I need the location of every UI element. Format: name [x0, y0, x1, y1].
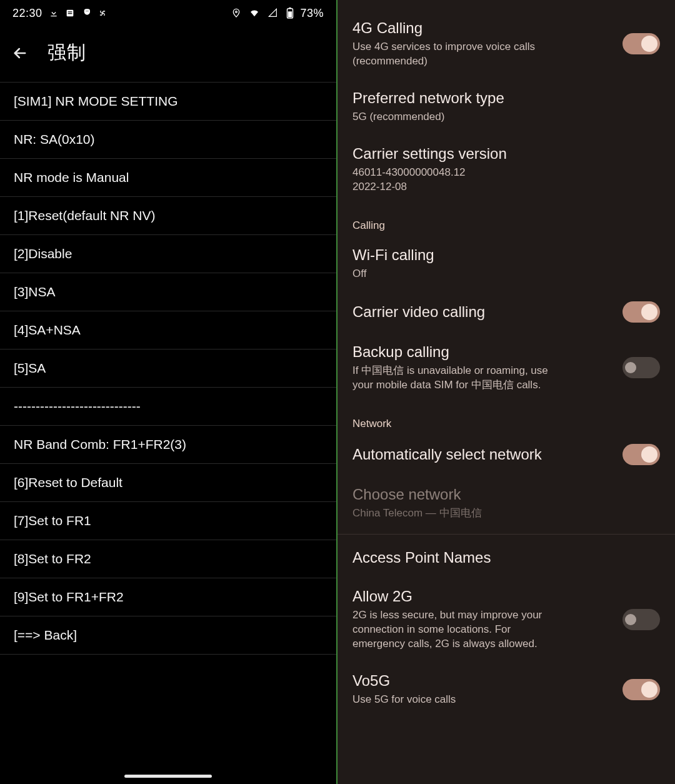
menu-item-label: NR Band Comb: FR1+FR2(3) [14, 437, 186, 451]
menu-item-13[interactable]: [9]Set to FR1+FR2 [0, 578, 336, 616]
setting-title: 4G Calling [352, 19, 614, 38]
menu-item-2[interactable]: NR mode is Manual [0, 159, 336, 197]
setting-title: Carrier settings version [352, 144, 660, 163]
setting-text: Wi-Fi callingOff [352, 246, 660, 281]
toggle-allow-2g[interactable] [622, 609, 660, 630]
menu-item-7[interactable]: [5]SA [0, 349, 336, 388]
svg-rect-1 [68, 11, 72, 12]
menu-item-10[interactable]: [6]Reset to Default [0, 464, 336, 502]
toggle-carrier-video-calling[interactable] [622, 301, 660, 323]
menu-item-12[interactable]: [8]Set to FR2 [0, 540, 336, 578]
setting-title: Preferred network type [352, 89, 660, 108]
setting-title: Carrier video calling [352, 303, 614, 321]
toggle-knob [641, 446, 658, 463]
menu-item-6[interactable]: [4]SA+NSA [0, 311, 336, 349]
menu-item-4[interactable]: [2]Disable [0, 235, 336, 273]
menu-item-0[interactable]: [SIM1] NR MODE SETTING [0, 82, 336, 121]
nav-pill[interactable] [124, 775, 212, 778]
toggle-knob [641, 36, 658, 52]
menu-item-3[interactable]: [1]Reset(default NR NV) [0, 197, 336, 235]
setting-text: Access Point Names [352, 548, 660, 567]
setting-text: 4G CallingUse 4G services to improve voi… [352, 19, 614, 69]
menu-list: [SIM1] NR MODE SETTINGNR: SA(0x10)NR mod… [0, 82, 336, 784]
signal-icon [268, 8, 279, 18]
setting-title: Access Point Names [352, 548, 660, 567]
app-icon-2 [81, 8, 91, 18]
toggle-auto-select-network[interactable] [622, 444, 660, 465]
setting-subtitle: 5G (recommended) [352, 110, 559, 124]
menu-item-label: [SIM1] NR MODE SETTING [14, 94, 178, 108]
menu-item-5[interactable]: [3]NSA [0, 273, 336, 311]
menu-item-label: [8]Set to FR2 [14, 551, 91, 566]
toggle-backup-calling[interactable] [622, 357, 660, 378]
app-icon-1 [65, 8, 75, 18]
setting-carrier-video-calling[interactable]: Carrier video calling [338, 291, 675, 333]
setting-subtitle: 2G is less secure, but may improve your … [352, 608, 559, 651]
setting-preferred-network[interactable]: Preferred network type5G (recommended) [338, 79, 675, 134]
setting-title: Backup calling [352, 343, 614, 361]
setting-allow-2g[interactable]: Allow 2G2G is less secure, but may impro… [338, 577, 675, 661]
section-header: Network [338, 403, 675, 434]
setting-choose-network: Choose networkChina Telecom — 中国电信 [338, 475, 675, 531]
divider [338, 534, 675, 535]
setting-backup-calling[interactable]: Backup callingIf 中国电信 is unavailable or … [338, 333, 675, 403]
menu-item-label: ----------------------------- [14, 399, 141, 413]
setting-title: Vo5G [352, 671, 614, 690]
app-bar: 强制 [0, 26, 336, 82]
menu-item-9[interactable]: NR Band Comb: FR1+FR2(3) [0, 426, 336, 464]
menu-item-label: [7]Set to FR1 [14, 513, 91, 528]
menu-item-14[interactable]: [==> Back] [0, 616, 336, 655]
toggle-knob [641, 304, 658, 320]
network-settings-screen: 4G CallingUse 4G services to improve voi… [338, 0, 675, 784]
setting-title: Allow 2G [352, 587, 614, 606]
download-icon [49, 8, 59, 18]
menu-item-label: NR mode is Manual [14, 170, 129, 184]
setting-subtitle: Off [352, 267, 559, 281]
setting-text: Vo5GUse 5G for voice calls [352, 671, 614, 707]
menu-item-label: [2]Disable [14, 246, 72, 261]
svg-rect-5 [289, 8, 292, 9]
menu-item-label: [6]Reset to Default [14, 475, 122, 490]
setting-text: Carrier settings version46011-4300000004… [352, 144, 660, 194]
setting-vo5g[interactable]: Vo5GUse 5G for voice calls [338, 661, 675, 717]
setting-title: Automatically select network [352, 445, 614, 464]
toggle-knob [625, 362, 636, 373]
setting-title: Wi-Fi calling [352, 246, 660, 264]
toggle-4g-calling[interactable] [622, 33, 660, 54]
setting-text: Allow 2G2G is less secure, but may impro… [352, 587, 614, 651]
engineering-menu-screen: 22:30 73% 强制 [SIM1] NR MODE SETTINGNR: S… [0, 0, 338, 784]
menu-item-label: [9]Set to FR1+FR2 [14, 590, 124, 604]
menu-item-label: [5]SA [14, 361, 46, 375]
setting-text: Choose networkChina Telecom — 中国电信 [352, 485, 660, 521]
setting-text: Carrier video calling [352, 303, 614, 321]
menu-item-label: [1]Reset(default NR NV) [14, 208, 155, 223]
setting-subtitle: Use 4G services to improve voice calls (… [352, 40, 559, 69]
setting-subtitle: Use 5G for voice calls [352, 693, 559, 707]
setting-carrier-version[interactable]: Carrier settings version46011-4300000004… [338, 134, 675, 204]
setting-wifi-calling[interactable]: Wi-Fi callingOff [338, 236, 675, 291]
fan-icon [98, 8, 108, 18]
menu-item-label: [==> Back] [14, 628, 77, 642]
menu-item-label: [3]NSA [14, 284, 56, 299]
location-icon [231, 8, 241, 18]
setting-auto-select-network[interactable]: Automatically select network [338, 434, 675, 475]
setting-text: Backup callingIf 中国电信 is unavailable or … [352, 343, 614, 393]
svg-point-3 [236, 11, 238, 13]
toggle-knob [641, 681, 658, 698]
setting-text: Preferred network type5G (recommended) [352, 89, 660, 124]
setting-subtitle: 46011-43000000048.12 2022-12-08 [352, 166, 559, 194]
page-title: 强制 [48, 40, 86, 66]
setting-text: Automatically select network [352, 445, 614, 464]
setting-title: Choose network [352, 485, 660, 504]
setting-subtitle: China Telecom — 中国电信 [352, 506, 559, 521]
menu-item-label: [4]SA+NSA [14, 323, 81, 337]
setting-4g-calling[interactable]: 4G CallingUse 4G services to improve voi… [338, 9, 675, 79]
menu-item-8[interactable]: ----------------------------- [0, 388, 336, 426]
back-icon[interactable] [11, 44, 29, 62]
section-header: Calling [338, 204, 675, 236]
menu-item-1[interactable]: NR: SA(0x10) [0, 121, 336, 159]
menu-item-11[interactable]: [7]Set to FR1 [0, 502, 336, 540]
setting-apn[interactable]: Access Point Names [338, 538, 675, 577]
battery-icon [286, 8, 294, 19]
toggle-vo5g[interactable] [622, 679, 660, 700]
